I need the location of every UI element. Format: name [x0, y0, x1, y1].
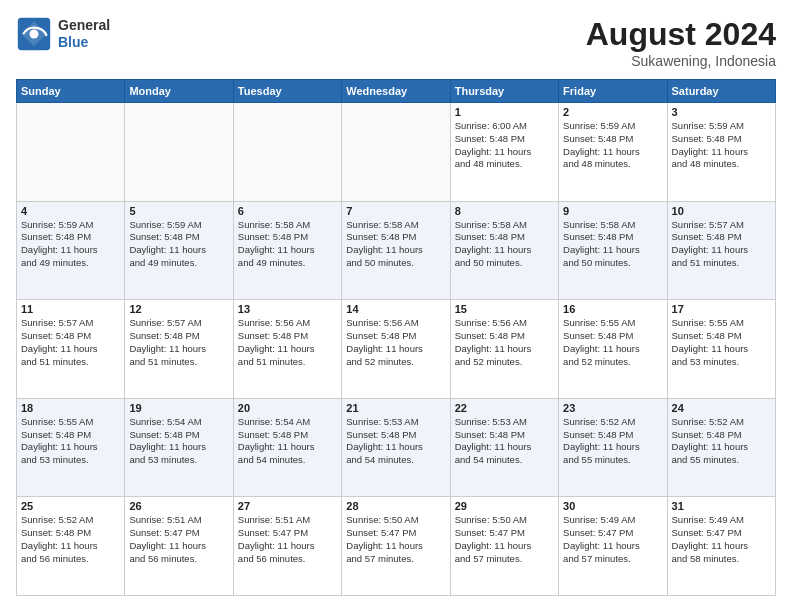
- day-cell: 3Sunrise: 5:59 AM Sunset: 5:48 PM Daylig…: [667, 103, 775, 202]
- day-info: Sunrise: 5:59 AM Sunset: 5:48 PM Dayligh…: [21, 219, 120, 270]
- day-number: 4: [21, 205, 120, 217]
- day-cell: 4Sunrise: 5:59 AM Sunset: 5:48 PM Daylig…: [17, 201, 125, 300]
- day-cell: 28Sunrise: 5:50 AM Sunset: 5:47 PM Dayli…: [342, 497, 450, 596]
- day-cell: [233, 103, 341, 202]
- day-info: Sunrise: 5:59 AM Sunset: 5:48 PM Dayligh…: [129, 219, 228, 270]
- day-cell: 31Sunrise: 5:49 AM Sunset: 5:47 PM Dayli…: [667, 497, 775, 596]
- header: General Blue August 2024 Sukawening, Ind…: [16, 16, 776, 69]
- day-number: 26: [129, 500, 228, 512]
- day-info: Sunrise: 5:57 AM Sunset: 5:48 PM Dayligh…: [129, 317, 228, 368]
- day-cell: 5Sunrise: 5:59 AM Sunset: 5:48 PM Daylig…: [125, 201, 233, 300]
- day-info: Sunrise: 5:54 AM Sunset: 5:48 PM Dayligh…: [129, 416, 228, 467]
- day-cell: 18Sunrise: 5:55 AM Sunset: 5:48 PM Dayli…: [17, 398, 125, 497]
- day-number: 14: [346, 303, 445, 315]
- day-cell: 17Sunrise: 5:55 AM Sunset: 5:48 PM Dayli…: [667, 300, 775, 399]
- logo-general: General: [58, 17, 110, 34]
- day-cell: 26Sunrise: 5:51 AM Sunset: 5:47 PM Dayli…: [125, 497, 233, 596]
- day-cell: 30Sunrise: 5:49 AM Sunset: 5:47 PM Dayli…: [559, 497, 667, 596]
- day-info: Sunrise: 5:55 AM Sunset: 5:48 PM Dayligh…: [563, 317, 662, 368]
- logo: General Blue: [16, 16, 110, 52]
- day-number: 31: [672, 500, 771, 512]
- day-cell: 20Sunrise: 5:54 AM Sunset: 5:48 PM Dayli…: [233, 398, 341, 497]
- day-number: 13: [238, 303, 337, 315]
- day-number: 2: [563, 106, 662, 118]
- day-cell: 11Sunrise: 5:57 AM Sunset: 5:48 PM Dayli…: [17, 300, 125, 399]
- day-number: 9: [563, 205, 662, 217]
- day-cell: 1Sunrise: 6:00 AM Sunset: 5:48 PM Daylig…: [450, 103, 558, 202]
- header-friday: Friday: [559, 80, 667, 103]
- day-number: 19: [129, 402, 228, 414]
- day-info: Sunrise: 5:50 AM Sunset: 5:47 PM Dayligh…: [346, 514, 445, 565]
- day-cell: [17, 103, 125, 202]
- day-cell: 16Sunrise: 5:55 AM Sunset: 5:48 PM Dayli…: [559, 300, 667, 399]
- day-info: Sunrise: 5:58 AM Sunset: 5:48 PM Dayligh…: [455, 219, 554, 270]
- day-cell: 23Sunrise: 5:52 AM Sunset: 5:48 PM Dayli…: [559, 398, 667, 497]
- header-sunday: Sunday: [17, 80, 125, 103]
- day-info: Sunrise: 5:51 AM Sunset: 5:47 PM Dayligh…: [129, 514, 228, 565]
- header-wednesday: Wednesday: [342, 80, 450, 103]
- day-cell: 13Sunrise: 5:56 AM Sunset: 5:48 PM Dayli…: [233, 300, 341, 399]
- day-cell: 14Sunrise: 5:56 AM Sunset: 5:48 PM Dayli…: [342, 300, 450, 399]
- day-cell: [125, 103, 233, 202]
- day-number: 30: [563, 500, 662, 512]
- day-number: 5: [129, 205, 228, 217]
- day-cell: 19Sunrise: 5:54 AM Sunset: 5:48 PM Dayli…: [125, 398, 233, 497]
- day-cell: 2Sunrise: 5:59 AM Sunset: 5:48 PM Daylig…: [559, 103, 667, 202]
- header-tuesday: Tuesday: [233, 80, 341, 103]
- day-info: Sunrise: 5:58 AM Sunset: 5:48 PM Dayligh…: [563, 219, 662, 270]
- day-number: 17: [672, 303, 771, 315]
- day-info: Sunrise: 5:52 AM Sunset: 5:48 PM Dayligh…: [672, 416, 771, 467]
- day-number: 25: [21, 500, 120, 512]
- day-info: Sunrise: 5:59 AM Sunset: 5:48 PM Dayligh…: [672, 120, 771, 171]
- day-number: 27: [238, 500, 337, 512]
- day-number: 3: [672, 106, 771, 118]
- day-number: 1: [455, 106, 554, 118]
- logo-blue: Blue: [58, 34, 110, 51]
- day-cell: 8Sunrise: 5:58 AM Sunset: 5:48 PM Daylig…: [450, 201, 558, 300]
- week-row-4: 18Sunrise: 5:55 AM Sunset: 5:48 PM Dayli…: [17, 398, 776, 497]
- day-number: 29: [455, 500, 554, 512]
- day-info: Sunrise: 5:55 AM Sunset: 5:48 PM Dayligh…: [672, 317, 771, 368]
- day-number: 6: [238, 205, 337, 217]
- day-info: Sunrise: 5:57 AM Sunset: 5:48 PM Dayligh…: [672, 219, 771, 270]
- day-info: Sunrise: 5:52 AM Sunset: 5:48 PM Dayligh…: [563, 416, 662, 467]
- svg-point-2: [30, 30, 39, 39]
- day-cell: 12Sunrise: 5:57 AM Sunset: 5:48 PM Dayli…: [125, 300, 233, 399]
- day-number: 23: [563, 402, 662, 414]
- day-cell: 29Sunrise: 5:50 AM Sunset: 5:47 PM Dayli…: [450, 497, 558, 596]
- header-saturday: Saturday: [667, 80, 775, 103]
- week-row-2: 4Sunrise: 5:59 AM Sunset: 5:48 PM Daylig…: [17, 201, 776, 300]
- header-thursday: Thursday: [450, 80, 558, 103]
- day-number: 28: [346, 500, 445, 512]
- day-info: Sunrise: 5:50 AM Sunset: 5:47 PM Dayligh…: [455, 514, 554, 565]
- day-cell: 6Sunrise: 5:58 AM Sunset: 5:48 PM Daylig…: [233, 201, 341, 300]
- month-year: August 2024: [586, 16, 776, 53]
- day-cell: 15Sunrise: 5:56 AM Sunset: 5:48 PM Dayli…: [450, 300, 558, 399]
- logo-text: General Blue: [58, 17, 110, 51]
- day-number: 15: [455, 303, 554, 315]
- day-number: 12: [129, 303, 228, 315]
- day-cell: 27Sunrise: 5:51 AM Sunset: 5:47 PM Dayli…: [233, 497, 341, 596]
- day-info: Sunrise: 5:57 AM Sunset: 5:48 PM Dayligh…: [21, 317, 120, 368]
- day-info: Sunrise: 5:59 AM Sunset: 5:48 PM Dayligh…: [563, 120, 662, 171]
- day-info: Sunrise: 5:54 AM Sunset: 5:48 PM Dayligh…: [238, 416, 337, 467]
- day-cell: 7Sunrise: 5:58 AM Sunset: 5:48 PM Daylig…: [342, 201, 450, 300]
- title-area: August 2024 Sukawening, Indonesia: [586, 16, 776, 69]
- day-cell: 25Sunrise: 5:52 AM Sunset: 5:48 PM Dayli…: [17, 497, 125, 596]
- day-info: Sunrise: 5:56 AM Sunset: 5:48 PM Dayligh…: [346, 317, 445, 368]
- day-number: 24: [672, 402, 771, 414]
- week-row-5: 25Sunrise: 5:52 AM Sunset: 5:48 PM Dayli…: [17, 497, 776, 596]
- day-number: 16: [563, 303, 662, 315]
- day-number: 7: [346, 205, 445, 217]
- day-info: Sunrise: 5:56 AM Sunset: 5:48 PM Dayligh…: [455, 317, 554, 368]
- day-cell: 9Sunrise: 5:58 AM Sunset: 5:48 PM Daylig…: [559, 201, 667, 300]
- day-info: Sunrise: 5:58 AM Sunset: 5:48 PM Dayligh…: [238, 219, 337, 270]
- day-cell: 10Sunrise: 5:57 AM Sunset: 5:48 PM Dayli…: [667, 201, 775, 300]
- day-info: Sunrise: 5:51 AM Sunset: 5:47 PM Dayligh…: [238, 514, 337, 565]
- day-info: Sunrise: 5:56 AM Sunset: 5:48 PM Dayligh…: [238, 317, 337, 368]
- day-cell: 24Sunrise: 5:52 AM Sunset: 5:48 PM Dayli…: [667, 398, 775, 497]
- header-monday: Monday: [125, 80, 233, 103]
- day-info: Sunrise: 5:53 AM Sunset: 5:48 PM Dayligh…: [346, 416, 445, 467]
- day-number: 11: [21, 303, 120, 315]
- day-number: 10: [672, 205, 771, 217]
